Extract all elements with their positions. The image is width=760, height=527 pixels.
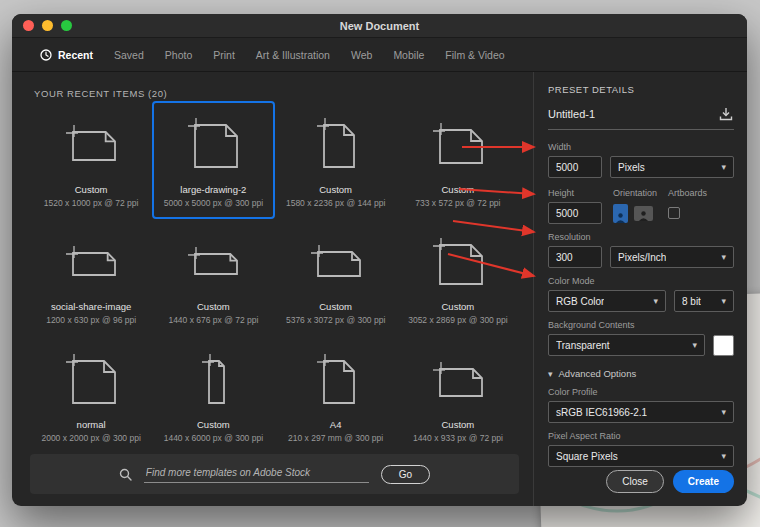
template-name: Custom [319, 301, 352, 312]
create-button[interactable]: Create [673, 470, 734, 493]
resolution-input[interactable] [548, 246, 602, 268]
width-label: Width [548, 142, 734, 152]
resolution-unit-select[interactable]: Pixels/Inch ▾ [610, 246, 734, 268]
template-dims: 210 x 297 mm @ 300 ppi [288, 433, 383, 443]
page-outline-icon [306, 348, 366, 412]
background-contents-select[interactable]: Transparent ▾ [548, 334, 705, 356]
width-unit-value: Pixels [618, 162, 645, 173]
tab-photo[interactable]: Photo [165, 49, 192, 61]
color-mode-select[interactable]: RGB Color ▾ [548, 290, 666, 312]
width-unit-select[interactable]: Pixels ▾ [610, 156, 734, 178]
chevron-down-icon: ▾ [721, 407, 726, 417]
tab-saved[interactable]: Saved [114, 49, 144, 61]
page-outline-icon [183, 348, 243, 412]
template-card[interactable]: Custom 1520 x 1000 px @ 72 ppi [30, 101, 152, 219]
chevron-down-icon: ▾ [548, 369, 553, 379]
color-profile-value: sRGB IEC61966-2.1 [556, 407, 647, 418]
chevron-down-icon: ▾ [721, 252, 726, 262]
template-name: Custom [442, 419, 475, 430]
page-outline-icon [428, 230, 488, 294]
pixel-aspect-ratio-select[interactable]: Square Pixels ▾ [548, 445, 734, 467]
close-button[interactable]: Close [606, 470, 664, 493]
go-button[interactable]: Go [381, 465, 430, 484]
chevron-down-icon: ▾ [721, 296, 726, 306]
background-color-swatch[interactable] [713, 335, 734, 356]
template-card[interactable]: Custom 5376 x 3072 px @ 300 ppi [275, 219, 397, 337]
template-name: Custom [75, 184, 108, 195]
template-dims: 1580 x 2236 px @ 144 ppi [286, 198, 385, 208]
template-name: Custom [197, 419, 230, 430]
template-card[interactable]: Custom 3052 x 2869 px @ 300 ppi [397, 219, 519, 337]
template-dims: 3052 x 2869 px @ 300 ppi [408, 315, 507, 325]
preset-details-panel: PRESET DETAILS Width Pixels ▾ [534, 72, 747, 506]
template-name: normal [77, 419, 106, 430]
document-name-input[interactable] [548, 108, 688, 120]
page-outline-icon [428, 112, 488, 176]
template-card[interactable]: normal 2000 x 2000 px @ 300 ppi [30, 336, 152, 454]
template-name: Custom [319, 184, 352, 195]
template-card[interactable]: Custom 1440 x 933 px @ 72 ppi [397, 336, 519, 454]
chevron-down-icon: ▾ [721, 162, 726, 172]
window-controls [12, 20, 72, 31]
page-outline-icon [61, 112, 121, 176]
tab-web[interactable]: Web [351, 49, 372, 61]
pixel-aspect-ratio-value: Square Pixels [556, 451, 618, 462]
tab-print[interactable]: Print [213, 49, 235, 61]
search-input[interactable] [144, 465, 369, 483]
adobe-stock-search-bar: Go [30, 454, 519, 494]
tab-recent[interactable]: Recent [40, 49, 93, 61]
template-dims: 1520 x 1000 px @ 72 ppi [44, 198, 139, 208]
magnifier-icon [119, 468, 132, 481]
template-card[interactable]: Custom 1580 x 2236 px @ 144 ppi [275, 101, 397, 219]
tab-bar: Recent Saved Photo Print Art & Illustrat… [12, 38, 747, 72]
clock-icon [40, 49, 52, 61]
close-window-button[interactable] [23, 20, 34, 31]
zoom-window-button[interactable] [61, 20, 72, 31]
color-profile-select[interactable]: sRGB IEC61966-2.1 ▾ [548, 401, 734, 423]
color-mode-label: Color Mode [548, 276, 734, 286]
height-input[interactable] [548, 202, 602, 224]
template-dims: 1200 x 630 px @ 96 ppi [46, 315, 136, 325]
page-outline-icon [183, 112, 243, 176]
recent-items-panel: YOUR RECENT ITEMS (20) Custom 1520 x 100… [12, 72, 534, 506]
window-title: New Document [12, 20, 747, 32]
tab-mobile[interactable]: Mobile [393, 49, 424, 61]
advanced-options-label: Advanced Options [559, 368, 637, 379]
chevron-down-icon: ▾ [721, 451, 726, 461]
resolution-unit-value: Pixels/Inch [618, 252, 666, 263]
artboards-checkbox[interactable] [668, 207, 680, 219]
page-outline-icon [306, 230, 366, 294]
template-card[interactable]: Custom 1440 x 676 px @ 72 ppi [152, 219, 274, 337]
bit-depth-select[interactable]: 8 bit ▾ [674, 290, 734, 312]
tab-film-video[interactable]: Film & Video [445, 49, 504, 61]
resolution-label: Resolution [548, 232, 734, 242]
minimize-window-button[interactable] [42, 20, 53, 31]
tab-art-illustration[interactable]: Art & Illustration [256, 49, 330, 61]
page-outline-icon [183, 230, 243, 294]
width-input[interactable] [548, 156, 602, 178]
template-card[interactable]: Custom 1440 x 6000 px @ 300 ppi [152, 336, 274, 454]
titlebar: New Document [12, 14, 747, 38]
template-card[interactable]: A4 210 x 297 mm @ 300 ppi [275, 336, 397, 454]
artboards-label: Artboards [668, 188, 707, 198]
orientation-landscape-icon[interactable] [634, 206, 653, 221]
template-dims: 1440 x 933 px @ 72 ppi [413, 433, 503, 443]
template-name: A4 [330, 419, 342, 430]
save-preset-icon[interactable] [718, 106, 734, 122]
template-name: large-drawing-2 [180, 184, 246, 195]
template-name: social-share-image [51, 301, 131, 312]
orientation-portrait-icon[interactable] [613, 204, 628, 223]
template-card-selected[interactable]: large-drawing-2 5000 x 5000 px @ 300 ppi [152, 101, 274, 219]
template-name: Custom [442, 301, 475, 312]
template-dims: 5000 x 5000 px @ 300 ppi [164, 198, 263, 208]
advanced-options-toggle[interactable]: ▾ Advanced Options [548, 368, 734, 379]
template-dims: 1440 x 676 px @ 72 ppi [168, 315, 258, 325]
page-outline-icon [428, 348, 488, 412]
pixel-aspect-ratio-label: Pixel Aspect Ratio [548, 431, 734, 441]
template-card[interactable]: Custom 733 x 572 px @ 72 ppi [397, 101, 519, 219]
template-dims: 733 x 572 px @ 72 ppi [415, 198, 500, 208]
template-card[interactable]: social-share-image 1200 x 630 px @ 96 pp… [30, 219, 152, 337]
template-name: Custom [442, 184, 475, 195]
page-outline-icon [61, 348, 121, 412]
template-dims: 2000 x 2000 px @ 300 ppi [41, 433, 140, 443]
